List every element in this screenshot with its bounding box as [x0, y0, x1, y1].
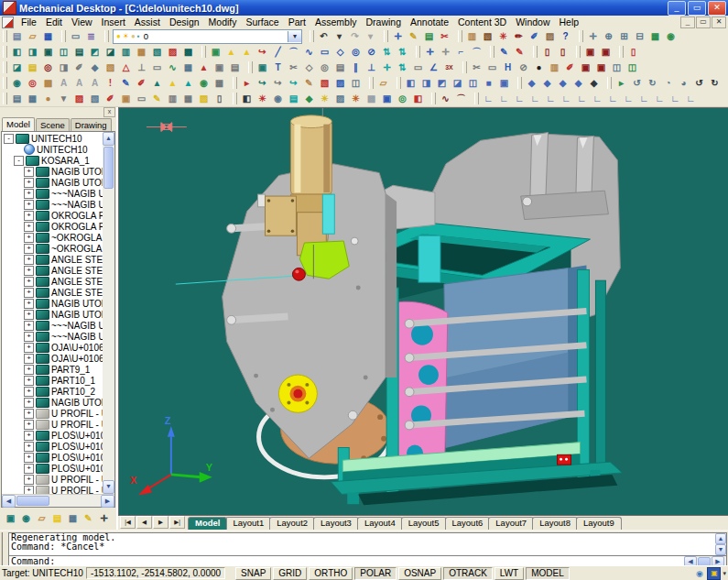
tree-item[interactable]: +U PROFIL - U 100 [2, 485, 103, 494]
dimstyle-14-button[interactable]: ∟ [683, 92, 699, 105]
flag-yellow-button[interactable]: ▲ [165, 76, 180, 90]
dim-edit-button[interactable]: ▯ [625, 45, 641, 59]
clip-cut-button[interactable]: ✂ [469, 60, 484, 74]
toolbar-grip[interactable] [607, 77, 612, 89]
tree-item[interactable]: +PART10_2 [2, 386, 103, 397]
trim-button[interactable]: ⌐ [453, 45, 469, 59]
layout-nav-last-button[interactable]: ▶| [169, 516, 185, 529]
fillet-button[interactable]: ⌒ [469, 45, 484, 59]
tree-item[interactable]: +NAGIB UTORA - D [2, 166, 103, 177]
toolbar-grip[interactable] [397, 77, 401, 89]
scroll-thumb[interactable] [16, 496, 49, 506]
pan-point-button[interactable]: ✛ [390, 29, 406, 43]
eraser-button[interactable]: ▨ [196, 92, 212, 105]
tree-item[interactable]: +OJA\U+0106ITEV [2, 353, 103, 364]
redo-list-button[interactable]: ▾ [363, 29, 378, 43]
dimstyle-10-button[interactable]: ∟ [621, 92, 636, 105]
menu-annotate[interactable]: Annotate [406, 16, 453, 27]
line-button[interactable]: ╱ [270, 45, 286, 59]
preview-button[interactable]: ◧ [410, 92, 426, 105]
board-button[interactable]: ▥ [165, 92, 180, 105]
aerial-view-button[interactable]: ◉ [663, 29, 679, 43]
tree-item[interactable]: +OKROGLA PALICA [2, 210, 103, 221]
hatch-button[interactable]: ∥ [348, 60, 364, 74]
status-toggle-grid[interactable]: GRID [273, 567, 307, 580]
tree-item[interactable]: +PART9_1 [2, 364, 103, 375]
minimize-button[interactable]: _ [668, 1, 686, 16]
expand-icon[interactable]: + [24, 244, 34, 254]
dim-blue-button[interactable]: ▨ [332, 76, 348, 90]
highlight-pen-button[interactable]: ✎ [81, 512, 96, 526]
pen-red-button[interactable]: ✐ [134, 76, 149, 90]
scroll-up-icon[interactable]: ▲ [715, 533, 726, 544]
balloon-button[interactable]: ◎ [40, 60, 56, 74]
tree-item[interactable]: +NAGIB UTORA - D [2, 177, 103, 188]
tree-item[interactable]: UNITECH10 [2, 144, 103, 155]
iso-se-button[interactable]: ◆ [539, 76, 555, 90]
scroll-down-icon[interactable]: ▼ [715, 544, 726, 555]
doc-active-button[interactable]: ▤ [49, 512, 65, 526]
snap-center-button[interactable]: ✛ [379, 60, 395, 74]
sketch-button[interactable]: ✎ [406, 29, 421, 43]
shaft-calc-button[interactable]: ◎ [25, 76, 40, 90]
menu-assembly[interactable]: Assembly [310, 16, 362, 27]
toolbar-grip[interactable] [458, 30, 462, 42]
markup-button[interactable]: ✐ [527, 29, 542, 43]
iso-ne-button[interactable]: ◆ [555, 76, 570, 90]
tree-item[interactable]: +PART10_1 [2, 375, 103, 386]
hidden-lines-button[interactable]: H [500, 60, 516, 74]
zoom-window-button[interactable]: ⊞ [616, 29, 632, 43]
new-file-button[interactable]: ▤ [9, 29, 25, 43]
tree-item[interactable]: +OJA\U+0106ITEV [2, 342, 103, 353]
profile-button[interactable]: ▣ [208, 45, 223, 59]
fastener-button[interactable]: ✛ [96, 512, 112, 526]
lock-button[interactable]: ● [531, 60, 547, 74]
dim-v-button[interactable]: ▯ [555, 45, 570, 59]
tree-item[interactable]: -UNITECH10 [2, 133, 103, 144]
help-button[interactable]: ? [558, 29, 573, 43]
leader-2-button[interactable]: ↪ [270, 76, 286, 90]
dimstyle-9-button[interactable]: ∟ [605, 92, 621, 105]
dim-color-button[interactable]: ▧ [317, 76, 332, 90]
datum-button[interactable]: ⊥ [134, 60, 149, 74]
toolbar-grip[interactable] [201, 46, 206, 58]
plot-preview-button[interactable]: ▭ [68, 29, 83, 43]
scene-button[interactable]: ◆ [301, 92, 317, 105]
move-button[interactable]: ✛ [422, 45, 438, 59]
expand-icon[interactable]: + [24, 420, 34, 430]
part-cut-button[interactable]: ◫ [56, 45, 71, 59]
menu-edit[interactable]: Edit [41, 16, 67, 27]
dimstyle-5-button[interactable]: ∟ [543, 92, 559, 105]
expand-icon[interactable]: + [24, 222, 34, 232]
redo-button[interactable]: ↷ [347, 29, 363, 43]
expand-icon[interactable]: + [24, 475, 34, 485]
part-edit-button[interactable]: ◧ [9, 45, 25, 59]
poly-edit-button[interactable]: ◇ [301, 60, 317, 74]
tree-horizontal-scrollbar[interactable]: ◀ ▶ [2, 494, 114, 507]
archive-button[interactable]: ▦ [212, 76, 227, 90]
part-array-button[interactable]: ◩ [87, 45, 103, 59]
tree-item[interactable]: +PLOŠ\U+010CA C [2, 441, 103, 452]
dimstyle-11-button[interactable]: ∟ [636, 92, 652, 105]
detach-button[interactable]: ▨ [542, 29, 558, 43]
mdi-restore-button[interactable]: ▭ [696, 16, 711, 28]
catalog-book-button[interactable]: ▦ [65, 512, 81, 526]
dimstyle-7-button[interactable]: ∟ [574, 92, 590, 105]
expand-icon[interactable]: + [24, 442, 34, 452]
expand-icon[interactable]: + [24, 354, 34, 364]
expand-icon[interactable]: + [24, 321, 34, 331]
combo-dropdown-icon[interactable]: ▾ [288, 31, 301, 42]
constraint-warn-button[interactable]: ▲ [239, 45, 255, 59]
toolbar-grip[interactable] [517, 77, 522, 89]
browser-tab-drawing[interactable]: Drawing [71, 118, 112, 131]
mdi-close-button[interactable]: ✕ [712, 16, 726, 28]
tree-item[interactable]: +U PROFIL - U 100 [2, 474, 103, 485]
pulley-calc-button[interactable]: ◉ [9, 76, 25, 90]
tree-item[interactable]: +PLOŠ\U+010CA C [2, 452, 103, 463]
viewport-frame-button[interactable]: ◫ [348, 76, 364, 90]
toolbar-grip[interactable] [3, 61, 7, 73]
surface-tex-button[interactable]: ▧ [103, 60, 118, 74]
tree-item[interactable]: +~~~NAGIB UTORA [2, 320, 103, 331]
title-block-button[interactable]: ▣ [212, 60, 227, 74]
frame-green-button[interactable]: ◫ [625, 60, 640, 74]
